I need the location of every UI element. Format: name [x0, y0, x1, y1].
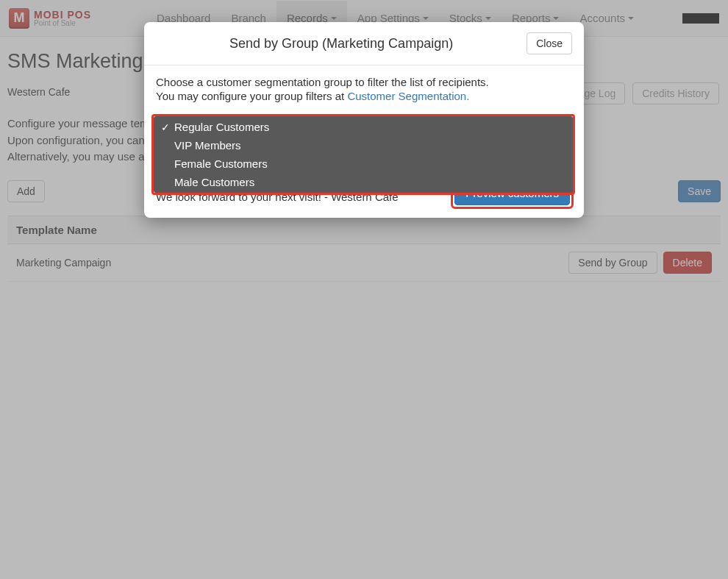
dropdown-item-label: Male Customers	[174, 176, 254, 188]
segmentation-dropdown[interactable]: ✓Regular CustomersVIP MembersFemale Cust…	[154, 116, 573, 193]
modal-line-1: Choose a customer segmentation group to …	[156, 76, 572, 88]
customer-segmentation-link[interactable]: Customer Segmentation.	[347, 90, 469, 102]
dropdown-item-label: VIP Members	[174, 139, 241, 152]
modal-line-2: You may configure your group filters at …	[156, 90, 572, 102]
dropdown-item-vip-members[interactable]: VIP Members	[154, 136, 573, 154]
modal-header: Send by Group (Marketing Campaign) Close	[144, 22, 584, 65]
segmentation-dropdown-highlight: ✓Regular CustomersVIP MembersFemale Cust…	[151, 114, 575, 195]
modal-line-2-prefix: You may configure your group filters at	[156, 90, 347, 102]
dropdown-item-female-customers[interactable]: Female Customers	[154, 154, 573, 173]
dropdown-item-regular-customers[interactable]: ✓Regular Customers	[154, 118, 573, 136]
check-icon: ✓	[161, 121, 170, 133]
dropdown-item-label: Regular Customers	[174, 121, 269, 133]
dropdown-item-label: Female Customers	[174, 157, 268, 170]
dropdown-item-male-customers[interactable]: Male Customers	[154, 173, 573, 191]
close-button[interactable]: Close	[527, 32, 572, 54]
modal-title: Send by Group (Marketing Campaign)	[156, 36, 527, 51]
